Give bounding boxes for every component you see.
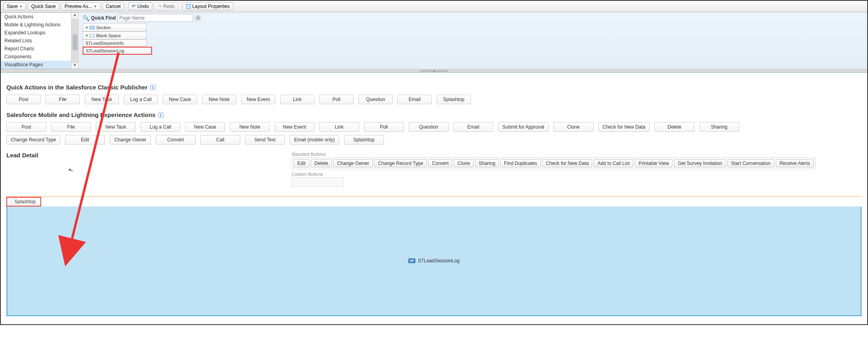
- action-chip[interactable]: Post: [6, 95, 41, 104]
- action-chip[interactable]: Clone: [554, 122, 593, 132]
- action-chip[interactable]: Link: [280, 95, 314, 104]
- action-chip[interactable]: File: [51, 122, 91, 132]
- vf-page-name: STLeadSessionLog: [418, 258, 460, 264]
- standard-button[interactable]: Add to Call List: [594, 159, 633, 167]
- action-chip[interactable]: File: [45, 95, 80, 104]
- action-chip[interactable]: Change Owner: [110, 135, 151, 145]
- category-components[interactable]: Components: [1, 53, 78, 61]
- standard-button[interactable]: Edit: [294, 159, 309, 167]
- quick-find-label: Quick Find: [91, 15, 116, 21]
- redo-icon: ↷: [158, 4, 162, 9]
- standard-button[interactable]: Sharing: [475, 159, 499, 167]
- standard-button[interactable]: Printable View: [635, 159, 673, 167]
- element-list: +Section +Blank Space STLeadSessionInfo …: [83, 24, 863, 55]
- action-chip[interactable]: Sharing: [699, 122, 739, 132]
- element-stleadsessionlog[interactable]: STLeadSessionLog: [83, 47, 152, 55]
- preview-as-button[interactable]: Preview As...▼: [61, 2, 101, 10]
- action-chip[interactable]: Check for New Data: [598, 122, 650, 132]
- scroll-track[interactable]: [71, 18, 78, 63]
- scroll-thumb[interactable]: [73, 34, 77, 50]
- action-chip[interactable]: New Task: [85, 95, 119, 104]
- standard-button[interactable]: Start Conversation: [728, 159, 774, 167]
- section-tab-label: Splashtop: [14, 199, 36, 204]
- category-report-charts[interactable]: Report Charts: [1, 45, 78, 53]
- action-chip[interactable]: New Note: [230, 122, 270, 132]
- standard-button[interactable]: Clone: [454, 159, 473, 167]
- action-chip[interactable]: Splashtop: [344, 135, 384, 145]
- action-chip[interactable]: New Event: [275, 122, 314, 132]
- action-chip[interactable]: Submit for Approval: [498, 122, 549, 132]
- cancel-button[interactable]: Cancel: [102, 2, 124, 10]
- quick-find-input[interactable]: [117, 14, 193, 22]
- element-section[interactable]: +Section: [83, 24, 146, 32]
- standard-button[interactable]: Check for New Data: [542, 159, 592, 167]
- action-chip[interactable]: Email: [397, 95, 432, 104]
- action-chip[interactable]: Convert: [156, 135, 196, 145]
- category-scrollbar[interactable]: ▲ ▼: [71, 13, 78, 69]
- button-groups: Standard Buttons EditDeleteChange OwnerC…: [292, 152, 816, 189]
- palette-collapse-handle[interactable]: ▴: [1, 69, 867, 72]
- action-chip[interactable]: Poll: [319, 95, 354, 104]
- action-chip[interactable]: Change Record Type: [6, 135, 60, 145]
- lex-actions-row-2: Change Record TypeEditChange OwnerConver…: [6, 135, 862, 145]
- action-chip[interactable]: New Task: [96, 122, 136, 132]
- action-chip[interactable]: New Case: [185, 122, 225, 132]
- action-chip[interactable]: Question: [409, 122, 449, 132]
- action-chip[interactable]: Log a Call: [140, 122, 180, 132]
- action-chip[interactable]: New Event: [241, 95, 275, 104]
- action-chip[interactable]: Question: [358, 95, 393, 104]
- action-chip[interactable]: New Case: [163, 95, 197, 104]
- undo-button[interactable]: ↶Undo: [128, 2, 152, 10]
- plus-icon: +: [85, 25, 88, 30]
- toolbar-divider: [126, 2, 127, 10]
- layout-properties-button[interactable]: Layout Properties: [182, 2, 233, 10]
- layout-props-label: Layout Properties: [192, 4, 230, 9]
- standard-button[interactable]: Get Survey Invitation: [674, 159, 726, 167]
- category-visualforce-pages[interactable]: Visualforce Pages▼: [1, 61, 78, 69]
- category-mobile-lightning[interactable]: Mobile & Lightning Actions: [1, 21, 78, 29]
- standard-button[interactable]: Change Record Type: [374, 159, 427, 167]
- action-chip[interactable]: Link: [319, 122, 359, 132]
- category-list: Quick Actions▼ Mobile & Lightning Action…: [1, 12, 79, 69]
- layout-canvas: ↖ Quick Actions in the Salesforce Classi…: [1, 73, 867, 324]
- quick-save-button[interactable]: Quick Save: [28, 2, 59, 10]
- standard-button[interactable]: Change Owner: [333, 159, 373, 167]
- custom-buttons-box[interactable]: [292, 177, 344, 187]
- category-expanded-lookups[interactable]: Expanded Lookups: [1, 29, 78, 37]
- action-chip[interactable]: Poll: [364, 122, 404, 132]
- lead-detail-title: Lead Detail: [6, 152, 38, 159]
- save-button[interactable]: Save▼: [3, 2, 26, 10]
- clear-search-icon[interactable]: ✕: [195, 15, 201, 21]
- element-stleadsessioninfo[interactable]: STLeadSessionInfo: [83, 40, 146, 47]
- category-related-lists[interactable]: Related Lists: [1, 37, 78, 45]
- layout-icon: [186, 4, 191, 9]
- category-quick-actions[interactable]: Quick Actions▼: [1, 13, 78, 21]
- vf-drop-zone[interactable]: VF STLeadSessionLog: [6, 206, 862, 316]
- standard-button[interactable]: Convert: [428, 159, 452, 167]
- scroll-down-icon[interactable]: ▼: [71, 63, 78, 69]
- undo-label: Undo: [137, 4, 149, 9]
- info-icon[interactable]: i: [150, 85, 156, 90]
- action-chip[interactable]: New Note: [202, 95, 236, 104]
- splashtop-section-tab[interactable]: Splashtop: [6, 197, 41, 206]
- action-chip[interactable]: Edit: [65, 135, 105, 145]
- action-chip[interactable]: Send Text: [245, 135, 285, 145]
- standard-button[interactable]: Delete: [311, 159, 332, 167]
- cat-label: Components: [4, 54, 32, 60]
- element-blank-space[interactable]: +Blank Space: [83, 32, 146, 40]
- cat-label: Mobile & Lightning Actions: [4, 22, 61, 28]
- action-chip[interactable]: Log a Call: [124, 95, 158, 104]
- action-chip[interactable]: Email: [453, 122, 493, 132]
- standard-button[interactable]: Find Duplicates: [500, 159, 541, 167]
- redo-button[interactable]: ↷Redo: [154, 2, 178, 10]
- action-chip[interactable]: Call: [200, 135, 240, 145]
- action-chip[interactable]: Delete: [654, 122, 694, 132]
- info-icon[interactable]: i: [158, 112, 164, 118]
- scroll-up-icon[interactable]: ▲: [71, 13, 78, 18]
- action-chip[interactable]: Post: [6, 122, 46, 132]
- action-chip[interactable]: Splashtop: [437, 95, 471, 104]
- standard-button[interactable]: Receive Alerts: [776, 159, 814, 167]
- action-chip[interactable]: Email (mobile only): [290, 135, 339, 145]
- section-divider: [6, 196, 862, 197]
- lex-actions-title: Salesforce Mobile and Lightning Experien…: [6, 111, 156, 118]
